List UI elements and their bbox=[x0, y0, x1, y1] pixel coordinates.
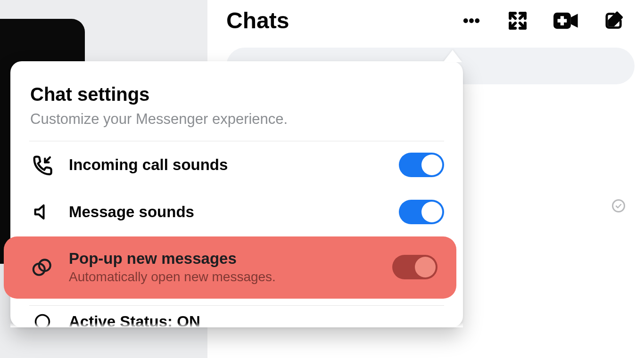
fade bbox=[10, 323, 463, 327]
toggle-incoming-call-sounds[interactable] bbox=[399, 153, 444, 177]
setting-description: Automatically open new messages. bbox=[69, 269, 379, 285]
svg-rect-9 bbox=[558, 19, 567, 22]
compose-icon[interactable] bbox=[604, 10, 625, 31]
options-icon[interactable] bbox=[461, 10, 482, 31]
expand-icon[interactable] bbox=[507, 10, 528, 31]
phone-incoming-icon bbox=[29, 154, 56, 176]
delivered-icon bbox=[612, 199, 625, 212]
setting-incoming-call-sounds[interactable]: Incoming call sounds bbox=[10, 141, 463, 188]
chat-settings-popover: Chat settings Customize your Messenger e… bbox=[10, 61, 463, 327]
toggle-popup-new-messages[interactable] bbox=[392, 255, 438, 279]
setting-popup-new-messages[interactable]: Pop-up new messages Automatically open n… bbox=[4, 236, 456, 299]
svg-point-0 bbox=[463, 18, 468, 23]
setting-label: Pop-up new messages bbox=[69, 250, 379, 268]
toggle-message-sounds[interactable] bbox=[399, 200, 444, 224]
new-room-icon[interactable] bbox=[553, 10, 579, 31]
popover-title: Chat settings bbox=[30, 84, 444, 105]
popover-header: Chat settings Customize your Messenger e… bbox=[10, 61, 463, 141]
popup-icon bbox=[29, 256, 56, 278]
setting-label: Message sounds bbox=[69, 203, 386, 221]
svg-point-1 bbox=[469, 18, 474, 23]
svg-point-2 bbox=[475, 18, 479, 23]
speaker-icon bbox=[29, 201, 56, 223]
popover-subtitle: Customize your Messenger experience. bbox=[30, 111, 444, 128]
page-title: Chats bbox=[226, 8, 289, 33]
chats-header: Chats bbox=[207, 0, 644, 39]
setting-label: Incoming call sounds bbox=[69, 156, 386, 174]
header-actions bbox=[461, 10, 629, 31]
setting-message-sounds[interactable]: Message sounds bbox=[10, 188, 463, 236]
